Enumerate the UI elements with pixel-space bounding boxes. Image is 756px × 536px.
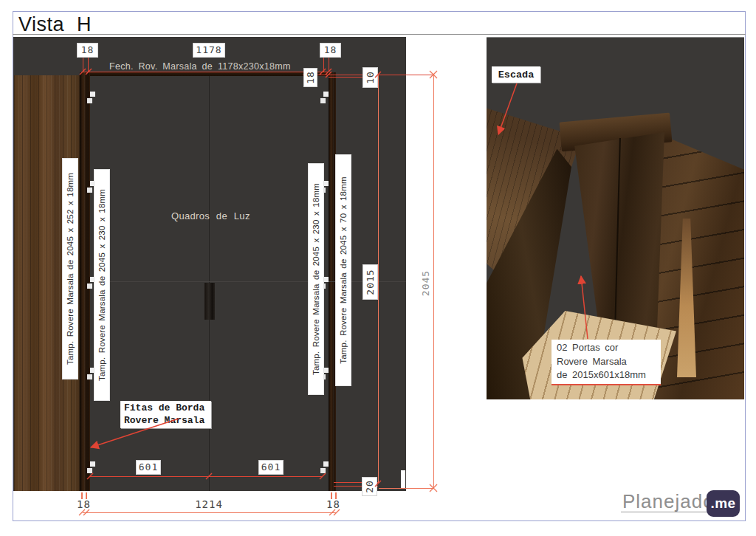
title-divider	[13, 34, 746, 35]
dim-ext	[83, 57, 83, 72]
cabinet-top-edge	[80, 72, 336, 76]
portas-label: 02 Portas cor Rovere Marsala de 2015x601…	[551, 340, 661, 385]
dim-ext	[323, 57, 324, 72]
dim-top-18-right: 18	[320, 43, 341, 58]
hinge-icon	[87, 461, 95, 473]
scale-marker	[401, 470, 405, 488]
page-title: Vista H	[18, 13, 92, 36]
dim-2015: 2015	[365, 269, 377, 295]
logo-underline	[621, 512, 708, 512]
dim-601-left: 601	[136, 460, 161, 475]
dim-601-right: 601	[258, 460, 284, 475]
tamp-252-label: Tamp. Rovere Marsala de 2045 x 252 x 18m…	[66, 173, 75, 365]
quadros-de-luz-label: Quadros de Luz	[171, 210, 250, 221]
tamp-70-label: Tamp. Rovere Marsala de 2045 x 70 x 18mm	[339, 176, 348, 363]
dim-line-2015	[378, 75, 379, 484]
dim-line-601	[90, 476, 323, 477]
tamp-230-left-label: Tamp. Rovere Marsala de 2045 x 230 x 18m…	[97, 189, 106, 381]
dim-rot-18: 18	[305, 71, 317, 84]
dim-ext	[88, 57, 89, 72]
dim-top-1178: 1178	[193, 43, 225, 58]
dim-base-18-left: 18	[74, 498, 94, 510]
dim-rot-20: 20	[364, 480, 376, 493]
dim-base-18-right: 18	[323, 498, 343, 510]
fech-label: Fech. Rov. Marsala de 1178x230x18mm	[109, 61, 291, 72]
dim-line-1178	[83, 72, 329, 72]
fitas-de-borda-label: Fitas de Borda Rovere Marsala	[120, 401, 211, 428]
hinge-icon	[320, 461, 329, 473]
dim-rot-10: 10	[365, 71, 377, 84]
dim-2045: 2045	[421, 269, 432, 295]
adjacent-wardrobe-render	[655, 132, 744, 399]
dim-ext	[329, 57, 329, 72]
escada-label: Escada	[492, 66, 540, 83]
dim-top-18-left: 18	[77, 43, 98, 58]
door-handle	[205, 283, 215, 320]
logo-badge: .me	[707, 490, 740, 517]
door-middle-line	[90, 281, 406, 282]
page: Vista H 18 1178 18 18 10 2015 2045 20 60…	[0, 0, 756, 536]
hinge-icon	[87, 92, 95, 103]
tamp-230-right-label: Tamp. Rovere Marsala de 2045 x 230 x 18m…	[312, 183, 320, 375]
dim-line-1214	[83, 512, 336, 513]
dim-base-1214: 1214	[192, 498, 226, 510]
hinge-icon	[320, 92, 329, 103]
dim-line-base-right	[379, 488, 433, 489]
